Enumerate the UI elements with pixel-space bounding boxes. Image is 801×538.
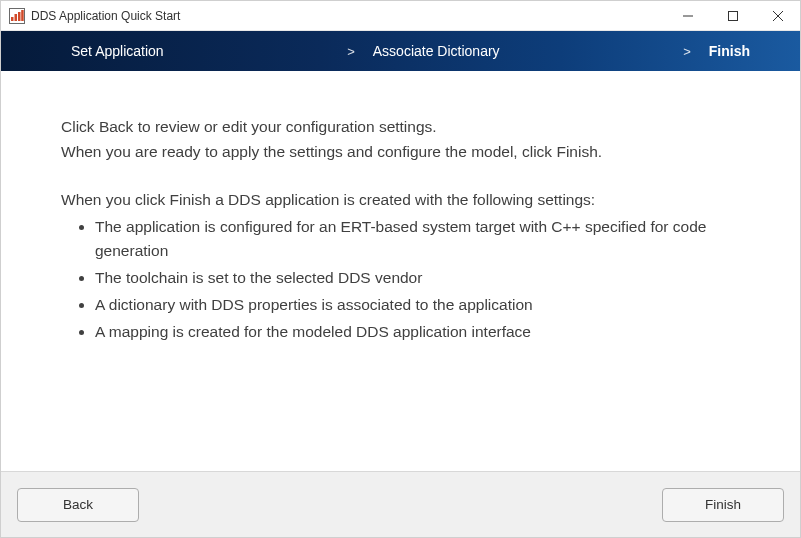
instruction-text: When you are ready to apply the settings… <box>61 140 740 163</box>
close-icon <box>773 11 783 21</box>
minimize-icon <box>683 11 693 21</box>
app-window: DDS Application Quick Start Set Applicat… <box>0 0 801 538</box>
svg-rect-3 <box>18 12 21 21</box>
step-label: Finish <box>709 43 750 59</box>
list-item: A mapping is created for the modeled DDS… <box>95 320 740 344</box>
window-title: DDS Application Quick Start <box>31 9 665 23</box>
chevron-right-icon: > <box>347 44 355 59</box>
step-associate-dictionary: Associate Dictionary <box>373 43 500 59</box>
svg-rect-2 <box>15 14 18 21</box>
app-icon <box>9 8 25 24</box>
step-label: Set Application <box>71 43 164 59</box>
svg-rect-6 <box>728 11 737 20</box>
window-controls <box>665 1 800 30</box>
list-item: A dictionary with DDS properties is asso… <box>95 293 740 317</box>
step-set-application: Set Application <box>71 43 164 59</box>
back-button[interactable]: Back <box>17 488 139 522</box>
svg-rect-1 <box>11 17 14 21</box>
finish-button[interactable]: Finish <box>662 488 784 522</box>
titlebar: DDS Application Quick Start <box>1 1 800 31</box>
wizard-footer: Back Finish <box>1 471 800 537</box>
wizard-steps: Set Application > Associate Dictionary >… <box>1 31 800 71</box>
close-button[interactable] <box>755 1 800 30</box>
instruction-text: When you click Finish a DDS application … <box>61 188 740 211</box>
maximize-button[interactable] <box>710 1 755 30</box>
chevron-right-icon: > <box>683 44 691 59</box>
maximize-icon <box>728 11 738 21</box>
list-item: The application is configured for an ERT… <box>95 215 740 263</box>
instruction-text: Click Back to review or edit your config… <box>61 115 740 138</box>
minimize-button[interactable] <box>665 1 710 30</box>
step-label: Associate Dictionary <box>373 43 500 59</box>
wizard-content: Click Back to review or edit your config… <box>1 71 800 471</box>
svg-rect-4 <box>21 10 24 21</box>
step-finish: Finish <box>709 43 750 59</box>
list-item: The toolchain is set to the selected DDS… <box>95 266 740 290</box>
settings-list: The application is configured for an ERT… <box>61 215 740 344</box>
